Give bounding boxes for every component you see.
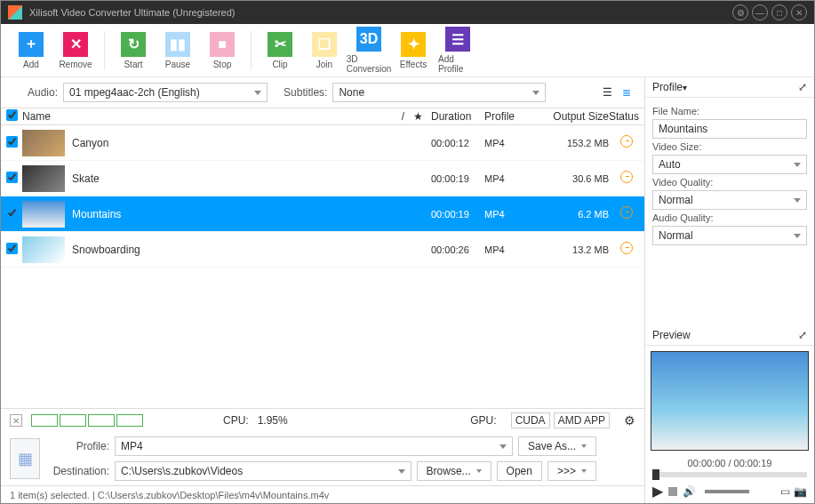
add-button[interactable]: ＋Add [10,30,52,71]
file-duration: 00:00:26 [431,244,484,255]
refresh-icon: ↻ [121,32,146,57]
thumbnail [22,236,65,263]
gear-icon[interactable]: ⚙ [624,413,635,428]
file-status [609,242,644,257]
document-icon: ☰ [445,27,470,52]
amd-badge[interactable]: AMD APP [554,412,610,428]
column-header: Name / ★ Duration Profile Output Size St… [1,108,644,125]
col-status[interactable]: Status [609,110,644,123]
file-size: 6.2 MB [547,209,609,220]
profile-label: Profile: [49,440,109,452]
videosize-label: Video Size: [652,141,807,152]
browse-button[interactable]: Browse... [417,461,491,481]
file-name: Skate [72,172,378,185]
stop-icon: ■ [210,32,235,57]
col-path[interactable]: / [378,110,404,123]
table-row[interactable]: Skate 00:00:19 MP4 30.6 MB [1,161,644,196]
close-usage-button[interactable]: ✕ [10,414,22,427]
pause-button[interactable]: ▮▮Pause [156,30,199,71]
main-toolbar: ＋Add ✕Remove ↻Start ▮▮Pause ■Stop ✂Clip … [1,24,814,77]
join-icon: ❏ [312,32,337,57]
destination-select[interactable]: C:\Users\s.zubkov\Videos [115,461,411,481]
col-output-size[interactable]: Output Size [547,110,609,123]
start-button[interactable]: ↻Start [112,30,155,71]
cuda-badge[interactable]: CUDA [511,412,550,428]
camera-button[interactable]: 📷 [794,485,807,498]
snapshot-button[interactable]: ▭ [780,485,790,498]
volume-slider[interactable] [705,490,749,493]
stop-preview-button[interactable] [668,487,677,496]
videoqual-label: Video Quality: [652,177,807,188]
row-checkbox[interactable] [6,172,18,183]
col-name[interactable]: Name [22,110,378,123]
row-checkbox[interactable] [6,207,18,219]
file-status [609,171,644,186]
list-view-button[interactable]: ☰ [598,84,616,101]
select-all-checkbox[interactable] [6,109,18,121]
effects-button[interactable]: ✦Effects [392,30,435,71]
file-size: 30.6 MB [547,173,609,184]
scissors-icon: ✂ [268,32,292,57]
filename-label: File Name: [652,106,807,116]
maximize-button[interactable]: □ [771,4,787,20]
subtitles-label: Subtitles: [284,86,327,99]
more-button[interactable]: >>> [547,461,596,481]
table-row[interactable]: Canyon 00:00:12 MP4 153.2 MB [1,125,644,161]
expand-icon[interactable]: ⤢ [798,81,807,93]
sparkle-icon: ✦ [401,32,426,57]
file-status [609,206,644,221]
preview-slider[interactable] [652,472,807,477]
file-list: Canyon 00:00:12 MP4 153.2 MB Skate 00:00… [1,125,644,408]
profile-panel-header[interactable]: Profile▾ ⤢ [645,77,814,98]
col-duration[interactable]: Duration [431,110,484,123]
videoqual-select[interactable]: Normal [652,190,807,210]
destination-panel: ▦ Profile: MP4 Save As... Destination: C… [1,432,644,485]
file-name: Snowboarding [72,244,378,256]
3d-icon: 3D [356,27,381,52]
separator [104,31,105,70]
row-checkbox[interactable] [6,136,18,148]
subtitles-select[interactable]: None [332,83,546,102]
table-row[interactable]: Mountains 00:00:19 MP4 6.2 MB [1,196,644,232]
minimize-button[interactable]: — [752,4,768,20]
file-duration: 00:00:19 [431,209,484,220]
preview-panel-header: Preview ⤢ [645,325,814,346]
filename-input[interactable] [652,119,807,139]
add-profile-button[interactable]: ☰Add Profile [436,25,479,76]
table-row[interactable]: Snowboarding 00:00:26 MP4 13.2 MB [1,232,644,268]
stop-button[interactable]: ■Stop [201,30,244,71]
open-button[interactable]: Open [497,461,542,481]
cpu-label: CPU: [223,414,249,427]
play-button[interactable]: ▶ [652,483,663,500]
volume-icon[interactable]: 🔊 [683,485,696,498]
app-logo-icon [8,5,22,20]
save-as-button[interactable]: Save As... [518,436,596,456]
audio-select[interactable]: 01 mpeg4aac-2ch (English) [63,83,268,102]
videosize-select[interactable]: Auto [652,155,807,174]
3d-conversion-button[interactable]: 3D3D Conversion [348,25,390,76]
profile-select[interactable]: MP4 [115,436,513,456]
col-star[interactable]: ★ [404,110,431,123]
clip-button[interactable]: ✂Clip [259,30,301,71]
join-button[interactable]: ❏Join [303,30,346,71]
file-duration: 00:00:12 [431,138,484,148]
window-title: Xilisoft Video Converter Ultimate (Unreg… [29,7,729,18]
remove-button[interactable]: ✕Remove [54,30,97,71]
settings-window-button[interactable]: ⚙ [732,4,748,20]
thumbnail [22,201,65,228]
preview-video[interactable] [651,351,809,451]
clock-icon [620,242,633,254]
detail-view-button[interactable]: ≣ [618,84,635,101]
expand-icon[interactable]: ⤢ [798,329,807,341]
file-profile: MP4 [484,209,547,220]
cpu-bars [31,414,143,427]
audioqual-select[interactable]: Normal [652,226,807,245]
pause-icon: ▮▮ [165,32,190,57]
col-profile[interactable]: Profile [484,110,547,123]
plus-icon: ＋ [19,32,44,57]
close-button[interactable]: ✕ [791,4,807,20]
file-size: 153.2 MB [547,138,609,148]
audioqual-label: Audio Quality: [652,212,807,223]
row-checkbox[interactable] [6,243,18,254]
file-name: Canyon [72,137,378,149]
